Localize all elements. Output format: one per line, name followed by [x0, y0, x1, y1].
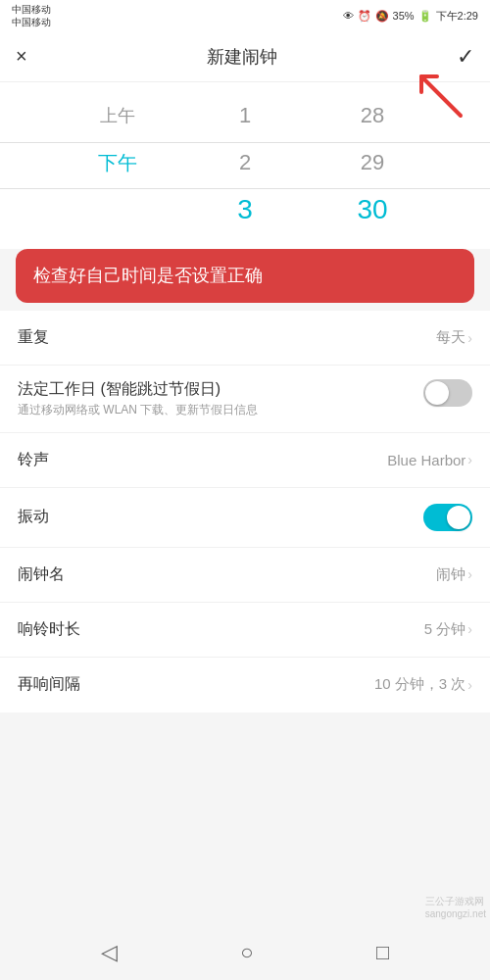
home-button[interactable]: ○	[240, 940, 253, 965]
header: × 新建闹钟 ✓	[0, 31, 490, 82]
status-right: 👁 ⏰ 🔕 35% 🔋 下午2:29	[343, 9, 478, 24]
snooze-label: 再响间隔	[18, 674, 374, 695]
alarmname-label: 闹钟名	[18, 564, 436, 585]
ampm-column[interactable]: 上午 下午	[54, 92, 181, 233]
eye-icon: 👁	[343, 10, 354, 22]
ampm-selected: 下午	[54, 139, 181, 186]
workday-sublabel: 通过移动网络或 WLAN 下载、更新节假日信息	[18, 402, 423, 418]
settings-item-repeat[interactable]: 重复 每天 ›	[0, 311, 490, 366]
close-button[interactable]: ×	[16, 45, 27, 68]
hour-column[interactable]: 1 2 3	[181, 92, 309, 233]
confirm-button[interactable]: ✓	[457, 44, 474, 70]
alarmname-chevron: ›	[467, 566, 472, 582]
settings-item-vibrate[interactable]: 振动	[0, 488, 490, 548]
ringtone-value: Blue Harbor ›	[387, 452, 472, 468]
settings-item-ringtone[interactable]: 铃声 Blue Harbor ›	[0, 433, 490, 488]
repeat-label: 重复	[18, 327, 436, 348]
recent-button[interactable]: □	[376, 940, 389, 965]
hour-mid: 2	[181, 139, 309, 186]
vibrate-label: 振动	[18, 507, 423, 527]
ampm-bottom	[54, 186, 181, 233]
battery-icon: 🔋	[418, 10, 432, 23]
battery-text: 35%	[393, 10, 415, 22]
time-picker[interactable]: 上午 下午 1 2 3 28 29 30	[0, 82, 490, 249]
duration-label: 响铃时长	[18, 619, 424, 640]
status-bar: 中国移动 中国移动 👁 ⏰ 🔕 35% 🔋 下午2:29	[0, 0, 490, 31]
snooze-chevron: ›	[467, 677, 472, 693]
workday-toggle[interactable]	[423, 379, 472, 407]
workday-label-block: 法定工作日 (智能跳过节假日) 通过移动网络或 WLAN 下载、更新节假日信息	[18, 379, 423, 418]
carrier-info: 中国移动 中国移动	[12, 3, 51, 28]
duration-chevron: ›	[467, 621, 472, 637]
settings-list: 重复 每天 › 法定工作日 (智能跳过节假日) 通过移动网络或 WLAN 下载、…	[0, 311, 490, 712]
minute-selected: 30	[309, 186, 436, 233]
minute-top: 28	[309, 92, 436, 139]
clock-time: 下午2:29	[436, 9, 478, 24]
ampm-top: 上午	[54, 92, 181, 139]
vibrate-toggle[interactable]	[423, 504, 472, 531]
bottom-nav: ◁ ○ □	[0, 925, 490, 980]
settings-item-alarmname[interactable]: 闹钟名 闹钟 ›	[0, 548, 490, 603]
duration-value: 5 分钟 ›	[424, 620, 472, 639]
hour-top: 1	[181, 92, 309, 139]
banner: 检查好自己时间是否设置正确	[16, 249, 474, 303]
bell-icon: 🔕	[375, 10, 389, 23]
settings-item-workday[interactable]: 法定工作日 (智能跳过节假日) 通过移动网络或 WLAN 下载、更新节假日信息	[0, 366, 490, 433]
alarmname-value: 闹钟 ›	[436, 565, 472, 584]
page-title: 新建闹钟	[207, 45, 277, 69]
settings-item-duration[interactable]: 响铃时长 5 分钟 ›	[0, 603, 490, 658]
minute-column[interactable]: 28 29 30	[309, 92, 436, 233]
repeat-value: 每天 ›	[436, 328, 472, 347]
minute-mid: 29	[309, 139, 436, 186]
settings-item-snooze[interactable]: 再响间隔 10 分钟，3 次 ›	[0, 658, 490, 712]
repeat-chevron: ›	[467, 330, 472, 346]
back-button[interactable]: ◁	[101, 940, 118, 965]
ringtone-chevron: ›	[467, 452, 472, 467]
hour-selected: 3	[181, 186, 309, 233]
alarm-icon: ⏰	[358, 10, 371, 23]
workday-label: 法定工作日 (智能跳过节假日)	[18, 379, 423, 400]
watermark: 三公子游戏网sangongzi.net	[421, 893, 490, 921]
snooze-value: 10 分钟，3 次 ›	[374, 675, 472, 694]
ringtone-label: 铃声	[18, 450, 387, 470]
